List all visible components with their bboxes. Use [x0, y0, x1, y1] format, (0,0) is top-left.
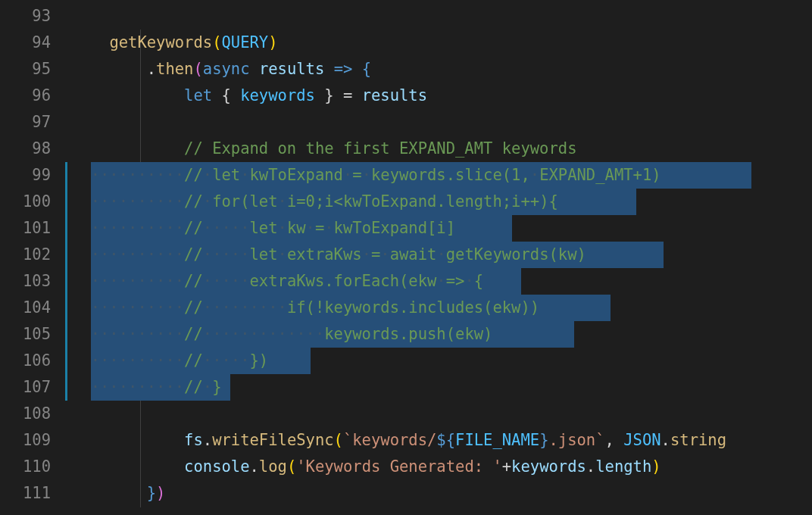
code-editor[interactable]: 9394959697989910010110210310410510610710…	[0, 0, 812, 515]
line-number: 95	[0, 56, 72, 83]
line-number: 100	[0, 189, 72, 215]
line-number: 99	[0, 162, 72, 189]
line-number: 107	[0, 374, 72, 401]
code-line[interactable]	[72, 401, 812, 427]
line-number: 94	[0, 30, 72, 56]
line-number-gutter: 9394959697989910010110210310410510610710…	[0, 0, 72, 515]
line-number: 106	[0, 348, 72, 374]
code-line[interactable]: // Expand on the first EXPAND_AMT keywor…	[72, 136, 812, 162]
line-number: 110	[0, 454, 72, 480]
code-line[interactable]	[72, 109, 812, 136]
line-number: 104	[0, 295, 72, 321]
code-text-area[interactable]: getKeywords(QUERY) .then(async results =…	[72, 0, 812, 515]
code-line[interactable]: let { keywords } = results	[72, 83, 812, 109]
line-number: 105	[0, 321, 72, 348]
line-number: 109	[0, 427, 72, 454]
line-number: 108	[0, 401, 72, 427]
code-line[interactable]: fs.writeFileSync(`keywords/${FILE_NAME}.…	[72, 427, 812, 454]
code-line[interactable]: .then(async results => {	[72, 56, 812, 83]
line-number: 111	[0, 480, 72, 507]
line-number: 97	[0, 109, 72, 136]
line-number: 93	[0, 3, 72, 30]
code-line[interactable]: getKeywords(QUERY)	[72, 30, 812, 56]
line-number: 101	[0, 215, 72, 242]
line-number: 98	[0, 136, 72, 162]
code-line[interactable]: console.log('Keywords Generated: '+keywo…	[72, 454, 812, 480]
code-line[interactable]: })	[72, 480, 812, 507]
line-number: 96	[0, 83, 72, 109]
line-number: 103	[0, 268, 72, 295]
line-number: 102	[0, 242, 72, 268]
code-line[interactable]	[72, 3, 812, 30]
